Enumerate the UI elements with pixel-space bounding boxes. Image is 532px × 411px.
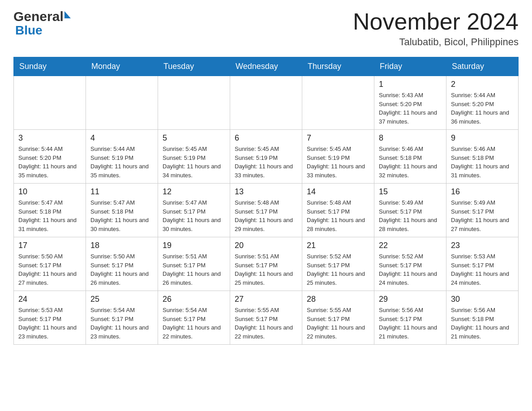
calendar-week-row: 1Sunrise: 5:43 AM Sunset: 5:20 PM Daylig… [14, 76, 519, 130]
calendar-cell: 13Sunrise: 5:48 AM Sunset: 5:17 PM Dayli… [230, 184, 302, 237]
calendar-cell: 2Sunrise: 5:44 AM Sunset: 5:20 PM Daylig… [446, 76, 519, 130]
day-number: 13 [235, 187, 297, 197]
day-number: 3 [18, 133, 81, 143]
month-year-title: November 2024 [353, 9, 519, 34]
calendar-cell [158, 76, 230, 130]
calendar-cell: 4Sunrise: 5:44 AM Sunset: 5:19 PM Daylig… [86, 130, 158, 184]
calendar-cell [86, 76, 158, 130]
day-info: Sunrise: 5:44 AM Sunset: 5:20 PM Dayligh… [451, 91, 514, 126]
day-info: Sunrise: 5:45 AM Sunset: 5:19 PM Dayligh… [163, 145, 225, 180]
day-number: 16 [451, 187, 514, 197]
day-number: 26 [163, 295, 225, 304]
day-number: 4 [90, 133, 153, 143]
day-info: Sunrise: 5:54 AM Sunset: 5:17 PM Dayligh… [90, 306, 153, 341]
day-info: Sunrise: 5:46 AM Sunset: 5:18 PM Dayligh… [379, 145, 442, 180]
calendar-week-row: 3Sunrise: 5:44 AM Sunset: 5:20 PM Daylig… [14, 130, 519, 184]
day-info: Sunrise: 5:52 AM Sunset: 5:17 PM Dayligh… [307, 252, 369, 287]
day-info: Sunrise: 5:44 AM Sunset: 5:20 PM Dayligh… [18, 145, 81, 180]
day-number: 25 [90, 295, 153, 304]
calendar-table: SundayMondayTuesdayWednesdayThursdayFrid… [13, 57, 519, 345]
page-header: General Blue November 2024 Talubatib, Bi… [13, 9, 519, 48]
calendar-cell: 1Sunrise: 5:43 AM Sunset: 5:20 PM Daylig… [374, 76, 446, 130]
day-info: Sunrise: 5:48 AM Sunset: 5:17 PM Dayligh… [307, 198, 369, 233]
calendar-cell [230, 76, 302, 130]
day-info: Sunrise: 5:53 AM Sunset: 5:17 PM Dayligh… [18, 306, 81, 341]
day-info: Sunrise: 5:46 AM Sunset: 5:18 PM Dayligh… [451, 145, 514, 180]
calendar-cell: 10Sunrise: 5:47 AM Sunset: 5:18 PM Dayli… [14, 184, 86, 237]
logo: General Blue [13, 9, 71, 37]
day-number: 18 [90, 241, 153, 250]
day-number: 9 [451, 133, 514, 143]
calendar-cell: 25Sunrise: 5:54 AM Sunset: 5:17 PM Dayli… [86, 291, 158, 345]
calendar-cell: 5Sunrise: 5:45 AM Sunset: 5:19 PM Daylig… [158, 130, 230, 184]
calendar-cell: 19Sunrise: 5:51 AM Sunset: 5:17 PM Dayli… [158, 237, 230, 291]
day-number: 24 [18, 295, 81, 304]
day-info: Sunrise: 5:51 AM Sunset: 5:17 PM Dayligh… [235, 252, 297, 287]
day-info: Sunrise: 5:48 AM Sunset: 5:17 PM Dayligh… [235, 198, 297, 233]
calendar-cell: 14Sunrise: 5:48 AM Sunset: 5:17 PM Dayli… [302, 184, 374, 237]
day-number: 1 [379, 80, 442, 89]
day-number: 22 [379, 241, 442, 250]
day-number: 7 [307, 133, 369, 143]
calendar-cell: 18Sunrise: 5:50 AM Sunset: 5:17 PM Dayli… [86, 237, 158, 291]
calendar-cell: 24Sunrise: 5:53 AM Sunset: 5:17 PM Dayli… [14, 291, 86, 345]
day-info: Sunrise: 5:49 AM Sunset: 5:17 PM Dayligh… [379, 198, 442, 233]
day-info: Sunrise: 5:47 AM Sunset: 5:18 PM Dayligh… [90, 198, 153, 233]
calendar-cell: 16Sunrise: 5:49 AM Sunset: 5:17 PM Dayli… [446, 184, 519, 237]
day-info: Sunrise: 5:49 AM Sunset: 5:17 PM Dayligh… [451, 198, 514, 233]
day-number: 19 [163, 241, 225, 250]
day-number: 20 [235, 241, 297, 250]
logo-arrow-icon [64, 11, 71, 18]
day-info: Sunrise: 5:43 AM Sunset: 5:20 PM Dayligh… [379, 91, 442, 126]
calendar-cell: 26Sunrise: 5:54 AM Sunset: 5:17 PM Dayli… [158, 291, 230, 345]
logo-general-text: General [13, 9, 64, 24]
calendar-cell [302, 76, 374, 130]
column-header-wednesday: Wednesday [230, 57, 302, 76]
day-info: Sunrise: 5:47 AM Sunset: 5:18 PM Dayligh… [18, 198, 81, 233]
day-number: 27 [235, 295, 297, 304]
day-info: Sunrise: 5:50 AM Sunset: 5:17 PM Dayligh… [18, 252, 81, 287]
day-number: 30 [451, 295, 514, 304]
calendar-cell: 3Sunrise: 5:44 AM Sunset: 5:20 PM Daylig… [14, 130, 86, 184]
calendar-cell: 11Sunrise: 5:47 AM Sunset: 5:18 PM Dayli… [86, 184, 158, 237]
calendar-cell: 20Sunrise: 5:51 AM Sunset: 5:17 PM Dayli… [230, 237, 302, 291]
calendar-cell: 8Sunrise: 5:46 AM Sunset: 5:18 PM Daylig… [374, 130, 446, 184]
day-info: Sunrise: 5:50 AM Sunset: 5:17 PM Dayligh… [90, 252, 153, 287]
day-number: 12 [163, 187, 225, 197]
day-number: 14 [307, 187, 369, 197]
day-number: 29 [379, 295, 442, 304]
day-info: Sunrise: 5:44 AM Sunset: 5:19 PM Dayligh… [90, 145, 153, 180]
calendar-week-row: 24Sunrise: 5:53 AM Sunset: 5:17 PM Dayli… [14, 291, 519, 345]
day-info: Sunrise: 5:45 AM Sunset: 5:19 PM Dayligh… [235, 145, 297, 180]
day-info: Sunrise: 5:52 AM Sunset: 5:17 PM Dayligh… [379, 252, 442, 287]
calendar-cell: 30Sunrise: 5:56 AM Sunset: 5:18 PM Dayli… [446, 291, 519, 345]
day-number: 21 [307, 241, 369, 250]
day-number: 6 [235, 133, 297, 143]
day-number: 2 [451, 80, 514, 89]
calendar-cell: 21Sunrise: 5:52 AM Sunset: 5:17 PM Dayli… [302, 237, 374, 291]
day-info: Sunrise: 5:53 AM Sunset: 5:17 PM Dayligh… [451, 252, 514, 287]
title-section: November 2024 Talubatib, Bicol, Philippi… [353, 9, 519, 48]
calendar-week-row: 10Sunrise: 5:47 AM Sunset: 5:18 PM Dayli… [14, 184, 519, 237]
day-info: Sunrise: 5:54 AM Sunset: 5:17 PM Dayligh… [163, 306, 225, 341]
calendar-cell: 22Sunrise: 5:52 AM Sunset: 5:17 PM Dayli… [374, 237, 446, 291]
calendar-cell: 29Sunrise: 5:56 AM Sunset: 5:17 PM Dayli… [374, 291, 446, 345]
calendar-cell: 12Sunrise: 5:47 AM Sunset: 5:17 PM Dayli… [158, 184, 230, 237]
calendar-cell: 17Sunrise: 5:50 AM Sunset: 5:17 PM Dayli… [14, 237, 86, 291]
day-info: Sunrise: 5:55 AM Sunset: 5:17 PM Dayligh… [307, 306, 369, 341]
day-number: 11 [90, 187, 153, 197]
location-subtitle: Talubatib, Bicol, Philippines [353, 36, 519, 48]
calendar-cell: 23Sunrise: 5:53 AM Sunset: 5:17 PM Dayli… [446, 237, 519, 291]
logo-blue-text: Blue [15, 23, 43, 37]
column-header-saturday: Saturday [446, 57, 519, 76]
day-number: 28 [307, 295, 369, 304]
calendar-cell: 6Sunrise: 5:45 AM Sunset: 5:19 PM Daylig… [230, 130, 302, 184]
calendar-cell: 15Sunrise: 5:49 AM Sunset: 5:17 PM Dayli… [374, 184, 446, 237]
calendar-header-row: SundayMondayTuesdayWednesdayThursdayFrid… [14, 57, 519, 76]
day-number: 15 [379, 187, 442, 197]
column-header-friday: Friday [374, 57, 446, 76]
day-number: 10 [18, 187, 81, 197]
day-info: Sunrise: 5:55 AM Sunset: 5:17 PM Dayligh… [235, 306, 297, 341]
day-info: Sunrise: 5:56 AM Sunset: 5:17 PM Dayligh… [379, 306, 442, 341]
calendar-cell: 9Sunrise: 5:46 AM Sunset: 5:18 PM Daylig… [446, 130, 519, 184]
